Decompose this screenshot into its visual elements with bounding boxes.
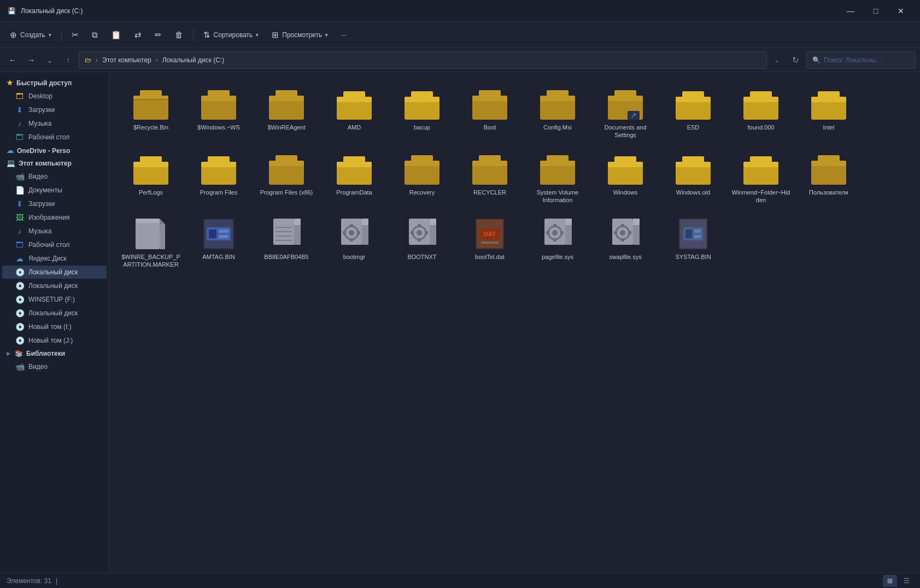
file-item-winre-backup[interactable]: $WINRE_BACKUP_PARTITION.MARKER [118,210,184,273]
file-item-bacup[interactable]: bacup [389,81,455,144]
quick-access-header[interactable]: ★ Быстрый доступ [0,77,109,89]
rename-button[interactable]: ✏ [149,27,167,43]
share-button[interactable]: ⇄ [129,27,147,43]
file-label: Windows [613,189,638,196]
file-item-program-files-x86[interactable]: Program Files (x86) [254,146,319,209]
sidebar-item-drive-j[interactable]: 💿 Новый том (J:) [2,334,107,347]
sidebar-item-yandex[interactable]: ☁ Яндекс.Диск [2,252,107,265]
sidebar-item-desktop2[interactable]: 🗔 Рабочий стол [2,131,107,144]
cut-button[interactable]: ✂ [66,27,84,43]
sidebar-item-lib-video[interactable]: 📹 Видео [2,360,107,373]
refresh-button[interactable]: ↻ [787,51,804,69]
back-button[interactable]: ← [4,52,21,68]
up-button[interactable]: ↑ [60,52,77,68]
sidebar-item-drive-c[interactable]: 💿 Локальный диск [2,266,107,279]
file-item-winmend[interactable]: Winmend~Folder~Hidden [728,146,794,209]
file-item-config-msi[interactable]: Config.Msi [525,81,590,144]
file-item-recycler[interactable]: RECYCLER [457,146,523,209]
sidebar-item-desktop3[interactable]: 🗔 Рабочий стол [2,238,107,251]
file-icon-amd [332,85,376,124]
sidebar-item-drive-h[interactable]: 💿 Локальный диск [2,307,107,320]
forward-button[interactable]: → [23,52,39,68]
list-view-button[interactable]: ☰ [899,575,913,587]
file-item-recycle-bin[interactable]: $Recycle.Bin [118,81,184,144]
create-button[interactable]: ⊕ Создать ▾ [4,27,57,43]
grid-view-button[interactable]: ⊞ [883,575,897,587]
addressbar-expand-button[interactable]: ⌄ [769,51,784,69]
file-icon-documents-settings: ↗ [603,85,647,124]
file-item-windows-ws[interactable]: $Windows.~WS [186,81,251,144]
file-item-programdata[interactable]: ProgramData [321,146,387,209]
sidebar-item-music2[interactable]: ♪ Музыка [2,225,107,238]
sidebar-item-docs[interactable]: 📄 Документы [2,184,107,197]
file-item-swapfile[interactable]: swapfile.sys [593,210,658,273]
file-item-program-files[interactable]: Program Files [186,146,251,209]
file-item-windows[interactable]: Windows [593,146,658,209]
drive-j-icon: 💿 [15,336,24,345]
sidebar-item-drive-f[interactable]: 💿 WINSETUP (F:) [2,293,107,306]
file-item-amd[interactable]: AMD [321,81,387,144]
file-label: Intel [823,124,835,131]
close-button[interactable]: ✕ [888,0,913,22]
svg-rect-9 [276,90,297,97]
addressbar[interactable]: 🗁 › Этот компьютер › Локальный диск (C:) [79,51,767,69]
file-item-boot[interactable]: Boot [457,81,523,144]
file-icon-windows-ws [197,85,241,124]
svg-rect-100 [430,219,436,225]
sidebar-item-drive-i[interactable]: 💿 Новый том (I:) [2,320,107,333]
music-icon: ♪ [15,119,24,128]
cut-icon: ✂ [72,30,79,40]
file-item-esd[interactable]: ESD [660,81,726,144]
libraries-header[interactable]: ▶ 📚 Библиотеки [0,348,109,360]
svg-rect-111 [481,242,499,244]
file-item-pagefile[interactable]: pagefile.sys [525,210,590,273]
file-item-bootmgr[interactable]: bootmgr [321,210,387,273]
svg-rect-53 [479,155,501,162]
paste-button[interactable]: 📋 [106,27,127,43]
file-icon-program-files [197,150,241,189]
file-icon-bootmgr [332,215,376,253]
file-item-boottel-dat[interactable]: DAT bootTel.dat [457,210,523,273]
svg-rect-2 [140,90,162,97]
sidebar-item-desktop[interactable]: 🗔 Desktop [2,90,107,103]
sidebar-item-downloads2[interactable]: ⬇ Загрузки [2,197,107,210]
paste-icon: 📋 [111,30,121,40]
minimize-button[interactable]: — [838,0,863,22]
sort-icon: ⇅ [203,30,210,40]
svg-rect-121 [560,231,564,234]
svg-rect-38 [140,156,162,163]
file-item-recovery[interactable]: Recovery [389,146,455,209]
file-icon-system-volume [536,150,579,189]
file-item-bb8[interactable]: BB8E0AFB04B5 [254,210,319,273]
sidebar-item-drive-d[interactable]: 💿 Локальный диск [2,279,107,292]
file-item-documents-settings[interactable]: ↗ Documents and Settings [593,81,658,144]
file-item-found-000[interactable]: found.000 [728,81,794,144]
copy-button[interactable]: ⧉ [86,27,103,43]
file-item-system-volume[interactable]: System Volume Information [525,146,590,209]
file-item-windows-old[interactable]: Windows.old [660,146,726,209]
sidebar-item-images[interactable]: 🖼 Изображения [2,211,107,224]
this-computer-header[interactable]: 💻 Этот компьютер [0,157,109,169]
svg-text:↗: ↗ [630,111,637,120]
file-item-intel[interactable]: Intel [796,81,862,144]
file-item-winreagent[interactable]: $WinREAgent [254,81,319,144]
view-button[interactable]: ⊞ Просмотреть ▾ [266,27,333,43]
folder-icon: 🗁 [85,56,91,64]
more-button[interactable]: ··· [336,28,352,42]
file-item-amtag-bin[interactable]: AMTAG.BIN [186,210,251,273]
maximize-button[interactable]: □ [863,0,888,22]
file-item-users[interactable]: Пользователи [796,146,862,209]
search-box[interactable]: 🔍 Поиск: Локальны... [806,51,916,69]
file-item-perflogs[interactable]: PerfLogs [118,146,184,209]
sort-button[interactable]: ⇅ Сортировать ▾ [198,27,265,43]
delete-button[interactable]: 🗑 [169,27,189,43]
sidebar-item-downloads[interactable]: ⬇ Загрузки [2,103,107,116]
file-item-bootnxt[interactable]: BOOTNXT [389,210,455,273]
file-icon-boottel-dat: DAT [468,215,512,253]
sidebar-item-music[interactable]: ♪ Музыка [2,117,107,130]
onedrive-header[interactable]: ☁ OneDrive - Perso [0,144,109,157]
lib-video-icon: 📹 [15,362,24,371]
recent-button[interactable]: ⌄ [42,52,58,68]
sidebar-item-video[interactable]: 📹 Видео [2,170,107,183]
file-item-systag-bin[interactable]: SYSTAG.BIN [660,210,726,273]
